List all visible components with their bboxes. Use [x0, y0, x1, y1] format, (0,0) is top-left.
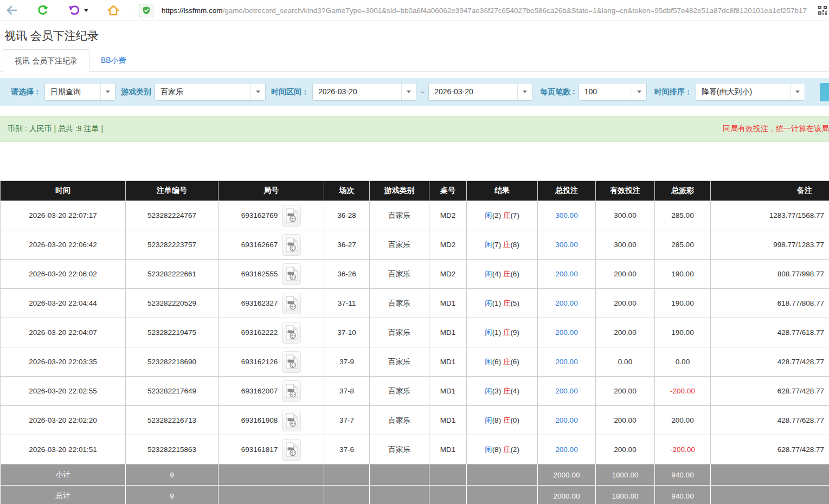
chevron-down-icon[interactable]: [632, 83, 646, 100]
table-row: 2026-03-20 22:02:20523282216713693161908…: [1, 406, 829, 435]
page-size-select[interactable]: 100: [579, 83, 647, 101]
cell-round-id: 693162769: [219, 201, 324, 230]
video-replay-button[interactable]: [282, 410, 301, 431]
footer-empty: [219, 464, 324, 486]
address-bar[interactable]: https://lssfmm.com/game/betrecord_search…: [162, 7, 814, 15]
cell-remark: 428.77/618.77: [711, 318, 829, 347]
cell-game-type: 百家乐: [370, 347, 429, 377]
cell-payout: -200.00: [655, 377, 711, 406]
footer-payout: 940.00: [655, 486, 711, 504]
cell-remark: 628.77/428.77: [711, 435, 829, 464]
undo-icon[interactable]: [68, 4, 80, 16]
footer-empty: [711, 486, 829, 504]
result-banker-score: (4): [510, 387, 519, 395]
cell-round-id: 693162667: [219, 230, 324, 260]
video-replay-button[interactable]: [282, 380, 301, 402]
cell-game-type: 百家乐: [370, 201, 429, 230]
cell-table-no: MD2: [429, 230, 467, 260]
cell-total-bet[interactable]: 200.00: [538, 260, 596, 289]
cell-total-bet[interactable]: 200.00: [538, 377, 596, 406]
video-replay-button[interactable]: [282, 293, 301, 314]
tab-bb-tip[interactable]: BB小费: [89, 49, 138, 72]
home-icon[interactable]: [107, 4, 120, 16]
cell-time: 2026-03-20 22:02:55: [1, 377, 126, 406]
cell-valid-bet: 0.00: [596, 347, 655, 377]
cell-game-type: 百家乐: [370, 260, 429, 289]
game-type-select[interactable]: 百家乐: [155, 83, 266, 101]
cell-result: 闲(1) 庄(5): [467, 289, 538, 318]
col-time: 时间: [1, 181, 126, 201]
cell-total-bet[interactable]: 200.00: [538, 289, 596, 318]
video-replay-button[interactable]: [282, 351, 301, 373]
footer-count: 9: [126, 486, 219, 504]
security-shield-icon[interactable]: [139, 4, 153, 17]
search-button[interactable]: 查询: [820, 83, 829, 101]
cell-result: 闲(8) 庄(0): [467, 406, 538, 435]
cell-total-bet[interactable]: 300.00: [538, 230, 596, 260]
cell-bet-id: 523282224767: [126, 201, 219, 230]
cell-payout: 285.00: [655, 230, 711, 260]
date-from-select[interactable]: 2026-03-20: [312, 83, 416, 101]
video-replay-button[interactable]: [282, 439, 301, 461]
refresh-icon[interactable]: [37, 4, 49, 16]
date-from-value: 2026-03-20: [313, 83, 401, 100]
cell-session: 36-28: [324, 201, 370, 230]
result-banker-score: (5): [510, 299, 519, 307]
result-player-score: (7): [492, 241, 503, 249]
chevron-down-icon[interactable]: [401, 83, 416, 100]
cell-game-type: 百家乐: [370, 289, 429, 318]
cell-payout: 285.00: [655, 201, 711, 230]
tab-bet-records[interactable]: 视讯 会员下注纪录: [3, 49, 89, 72]
cell-total-bet[interactable]: 200.00: [538, 435, 596, 464]
result-banker-label: 庄: [503, 445, 511, 454]
page-title: 视讯 会员下注纪录: [4, 28, 829, 43]
cell-remark: 808.77/998.77: [711, 260, 829, 289]
table-footer: 小计92000.001800.00940.00总计92000.001800.00…: [1, 464, 829, 504]
video-record-icon: [286, 237, 298, 252]
chevron-down-icon[interactable]: [790, 83, 805, 100]
cell-payout: 0.00: [655, 347, 711, 377]
cell-valid-bet: 300.00: [596, 201, 655, 230]
cell-session: 36-27: [324, 230, 370, 260]
video-replay-button[interactable]: [282, 234, 301, 256]
chevron-down-icon[interactable]: [250, 83, 265, 100]
video-record-icon: [286, 384, 298, 398]
video-replay-button[interactable]: [282, 263, 301, 285]
sort-order-select[interactable]: 降幂(由大到小): [696, 83, 805, 101]
cell-remark: 428.77/628.77: [711, 406, 829, 435]
result-banker-label: 庄: [503, 299, 511, 307]
cell-session: 37-6: [324, 435, 370, 464]
bet-records-table: 时间注单编号局号场次游戏类别桌号结果总投注有效投注总派彩备注 2026-03-2…: [0, 180, 829, 504]
result-player-score: (3): [492, 387, 503, 395]
cell-remark: 998.77/1283.77: [711, 230, 829, 260]
result-banker-score: (2): [510, 445, 519, 454]
video-record-icon: [286, 208, 298, 223]
cell-valid-bet: 200.00: [596, 289, 655, 318]
chevron-down-icon[interactable]: [517, 83, 532, 100]
table-header-row: 时间注单编号局号场次游戏类别桌号结果总投注有效投注总派彩备注: [1, 181, 829, 201]
result-player-label: 闲: [485, 241, 492, 249]
undo-dropdown-caret-icon[interactable]: [84, 9, 88, 12]
result-banker-label: 庄: [503, 416, 511, 424]
chevron-down-icon[interactable]: [100, 83, 115, 100]
date-to-value: 2026-03-20: [429, 83, 517, 100]
cell-total-bet[interactable]: 200.00: [538, 406, 596, 435]
back-icon[interactable]: [5, 5, 17, 16]
col-result: 结果: [467, 181, 538, 201]
cell-total-bet[interactable]: 200.00: [538, 318, 596, 347]
col-total-bet: 总投注: [538, 181, 596, 201]
video-replay-button[interactable]: [282, 205, 301, 227]
cell-result: 闲(7) 庄(8): [467, 230, 538, 260]
qr-code-icon[interactable]: [816, 6, 827, 15]
cell-total-bet[interactable]: 200.00: [538, 347, 596, 377]
date-to-select[interactable]: 2026-03-20: [428, 83, 532, 101]
cell-payout: 190.00: [655, 318, 711, 347]
footer-count: 9: [126, 464, 219, 486]
footer-empty: [219, 486, 324, 504]
video-replay-button[interactable]: [282, 322, 301, 344]
round-id-text: 693162667: [241, 241, 278, 249]
cell-bet-id: 523282218690: [126, 347, 219, 377]
cell-total-bet[interactable]: 300.00: [538, 201, 596, 230]
round-id-text: 693162555: [241, 270, 278, 278]
query-type-select[interactable]: 日期查询: [44, 83, 115, 101]
